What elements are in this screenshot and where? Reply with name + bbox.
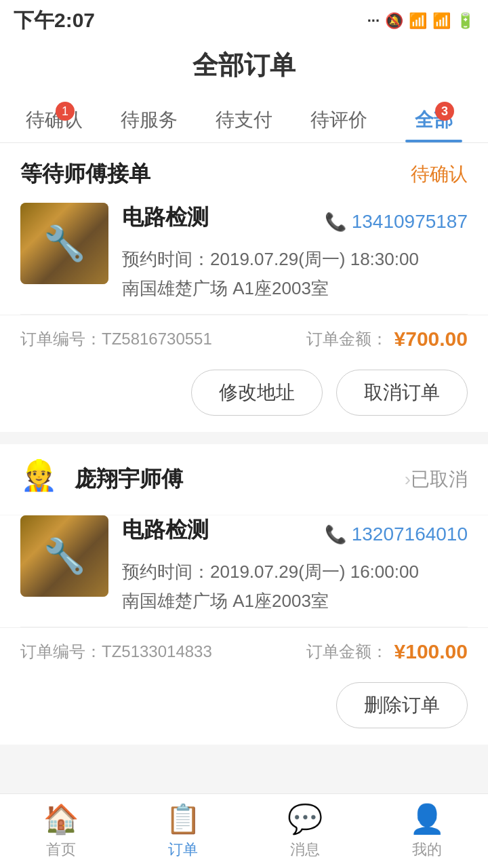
phone-icon-2: 📞	[325, 524, 346, 545]
home-icon: 🏠	[43, 802, 79, 835]
order-actions-2: 删除订单	[0, 675, 488, 745]
nav-orders-label: 订单	[168, 840, 198, 860]
order-phone-row-1[interactable]: 📞 13410975187	[325, 211, 468, 233]
battery-icon: 🔋	[456, 12, 474, 30]
mute-icon: 🔕	[385, 12, 403, 30]
main-content: 等待师傅接单 待确认 电路检测 📞 13410975187 预约时间：2019.…	[0, 143, 488, 745]
tab-pending-review[interactable]: 待评价	[291, 95, 386, 142]
wifi-icon: 📶	[409, 12, 427, 30]
messages-icon: 💬	[287, 802, 323, 835]
order-card-2: 👷 庞翔宇师傅 › 已取消 电路检测 📞 13207164010 预约时间：20…	[0, 444, 488, 745]
page-title: 全部订单	[0, 39, 488, 95]
nav-messages-label: 消息	[290, 840, 320, 860]
nav-mine[interactable]: 👤 我的	[366, 794, 488, 868]
nav-home[interactable]: 🏠 首页	[0, 794, 122, 868]
tabs-container: 待确认 1 待服务 待支付 待评价 全部 3	[0, 95, 488, 143]
nav-mine-label: 我的	[412, 840, 442, 860]
tab-pending-service[interactable]: 待服务	[102, 95, 197, 142]
order-footer-2: 订单编号：TZ5133014833 订单金额： ¥100.00	[0, 627, 488, 675]
signal-dots-icon: ···	[367, 12, 380, 30]
order-amount-label-2: 订单金额：	[306, 641, 388, 663]
tab-pending-confirm[interactable]: 待确认 1	[7, 95, 102, 142]
tab-all[interactable]: 全部 3	[386, 95, 481, 142]
repair-image-2	[20, 515, 108, 597]
order-thumbnail-1	[20, 203, 108, 284]
status-icons: ··· 🔕 📶 📶 🔋	[367, 12, 474, 30]
order-item-row-1: 电路检测 📞 13410975187 预约时间：2019.07.29(周一) 1…	[0, 203, 488, 314]
tab-pending-payment[interactable]: 待支付	[197, 95, 291, 142]
orders-icon: 📋	[165, 802, 201, 835]
bottom-nav: 🏠 首页 📋 订单 💬 消息 👤 我的	[0, 793, 488, 868]
tab-badge-pending-confirm: 1	[56, 102, 75, 121]
chevron-right-icon: ›	[405, 469, 411, 490]
status-bar: 下午2:07 ··· 🔕 📶 📶 🔋	[0, 0, 488, 39]
order-footer-1: 订单编号：TZ5816730551 订单金额： ¥700.00	[0, 315, 488, 363]
order-section-status-2: 已取消	[411, 467, 468, 492]
order-service-name-1: 电路检测	[122, 203, 209, 233]
order-thumbnail-2	[20, 515, 108, 597]
nav-messages[interactable]: 💬 消息	[244, 794, 366, 868]
order-amount-2: ¥100.00	[394, 640, 468, 663]
order-card-1: 等待师傅接单 待确认 电路检测 📞 13410975187 预约时间：2019.…	[0, 143, 488, 432]
order-item-row-2: 电路检测 📞 13207164010 预约时间：2019.07.29(周一) 1…	[0, 515, 488, 627]
order-section-title-1: 等待师傅接单	[20, 159, 150, 189]
master-name: 庞翔宇师傅	[75, 465, 399, 494]
nav-orders[interactable]: 📋 订单	[122, 794, 244, 868]
order-amount-1: ¥700.00	[394, 328, 468, 351]
order-time-1: 预约时间：2019.07.29(周一) 18:30:00	[122, 248, 468, 271]
status-time: 下午2:07	[14, 7, 95, 35]
order-number-1: 订单编号：TZ5816730551	[20, 328, 212, 350]
modify-address-button[interactable]: 修改地址	[191, 370, 323, 416]
order-phone-2: 13207164010	[352, 524, 468, 545]
phone-icon-1: 📞	[325, 212, 346, 233]
master-row[interactable]: 👷 庞翔宇师傅 › 已取消	[0, 444, 488, 515]
cancel-order-button[interactable]: 取消订单	[336, 370, 468, 416]
order-section-header-1: 等待师傅接单 待确认	[0, 143, 488, 203]
order-phone-row-2[interactable]: 📞 13207164010	[325, 524, 468, 545]
master-avatar-icon: 👷	[20, 458, 64, 501]
order-amount-label-1: 订单金额：	[306, 328, 388, 350]
order-section-status-1: 待确认	[411, 161, 468, 187]
order-address-2: 南国雄楚广场 A1座2003室	[122, 589, 468, 613]
order-time-2: 预约时间：2019.07.29(周一) 16:00:00	[122, 560, 468, 584]
order-address-1: 南国雄楚广场 A1座2003室	[122, 277, 468, 300]
mine-icon: 👤	[409, 802, 445, 835]
order-service-name-2: 电路检测	[122, 515, 209, 545]
repair-image-1	[20, 203, 108, 284]
cellular-icon: 📶	[432, 12, 451, 30]
order-number-2: 订单编号：TZ5133014833	[20, 641, 212, 663]
order-info-2: 电路检测 📞 13207164010 预约时间：2019.07.29(周一) 1…	[122, 515, 468, 613]
order-phone-1: 13410975187	[352, 211, 468, 233]
order-actions-1: 修改地址 取消订单	[0, 363, 488, 432]
nav-home-label: 首页	[46, 840, 76, 860]
delete-order-button[interactable]: 删除订单	[336, 682, 468, 728]
tab-badge-all: 3	[435, 102, 454, 121]
order-info-1: 电路检测 📞 13410975187 预约时间：2019.07.29(周一) 1…	[122, 203, 468, 300]
